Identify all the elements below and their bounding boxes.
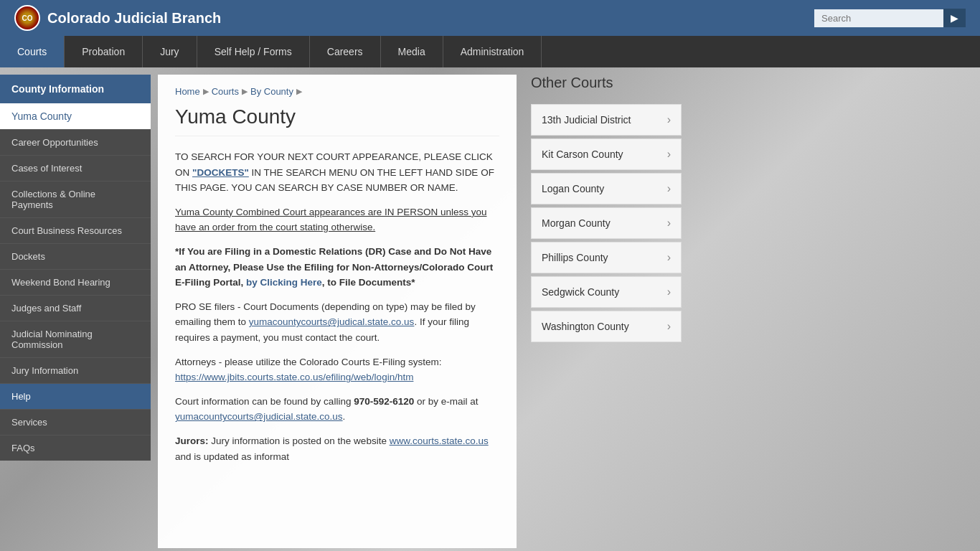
sidebar-item-services[interactable]: Services <box>0 409 151 435</box>
domestic-relations-paragraph: *If You are Filing in a Domestic Relatio… <box>175 244 499 291</box>
court-info-paragraph: Court information can be found by callin… <box>175 394 499 425</box>
court-item-morgan[interactable]: Morgan County › <box>531 207 682 239</box>
breadcrumb-by-county[interactable]: By County <box>250 86 293 97</box>
jurors-text2: and is updated as informat <box>175 451 289 462</box>
nav-probation[interactable]: Probation <box>65 36 143 67</box>
site-title: Colorado Judicial Branch <box>47 10 221 27</box>
court-info-text2: or by e-mail at <box>414 396 478 407</box>
court-phone: 970-592-6120 <box>354 396 414 407</box>
court-item-sedgwick[interactable]: Sedgwick County › <box>531 276 682 308</box>
main-navigation: Courts Probation Jury Self Help / Forms … <box>0 36 980 67</box>
main-content-area: Home ▶ Courts ▶ By County ▶ Yuma County … <box>158 75 517 548</box>
court-email-link[interactable]: yumacountycourts@judicial.state.co.us <box>175 411 343 422</box>
page-title: Yuma County <box>175 105 499 136</box>
nav-careers[interactable]: Careers <box>310 36 381 67</box>
jurors-label: Jurors: <box>175 435 209 446</box>
chevron-icon: › <box>667 217 671 230</box>
attorneys-paragraph: Attorneys - please utilize the Colorado … <box>175 354 499 385</box>
court-item-label: Logan County <box>542 183 604 194</box>
domestic-relations-end: , to File Documents* <box>322 277 415 288</box>
court-info-text3: . <box>343 411 346 422</box>
hero-background: County Information Yuma County Career Op… <box>0 67 980 551</box>
court-item-label: Kit Carson County <box>542 149 623 160</box>
other-courts-title: Other Courts <box>531 75 682 95</box>
chevron-icon: › <box>667 286 671 298</box>
court-info-text: Court information can be found by callin… <box>175 396 354 407</box>
chevron-icon: › <box>667 113 671 126</box>
logo-area: CO Colorado Judicial Branch <box>14 5 814 31</box>
court-item-label: Phillips County <box>542 252 608 263</box>
jurors-website-link[interactable]: www.courts.state.co.us <box>390 435 489 446</box>
nav-administration[interactable]: Administration <box>443 36 542 67</box>
search-bar: ▶ <box>814 9 966 27</box>
sidebar: County Information Yuma County Career Op… <box>0 75 151 548</box>
clicking-here-link[interactable]: by Clicking Here <box>246 277 322 288</box>
chevron-icon: › <box>667 251 671 264</box>
attorneys-text: Attorneys - please utilize the Colorado … <box>175 357 441 367</box>
sidebar-item-judicial-nominating-commission[interactable]: Judicial Nominating Commission <box>0 321 151 357</box>
search-notice-paragraph: TO SEARCH FOR YOUR NEXT COURT APPEARANCE… <box>175 149 499 196</box>
chevron-icon: › <box>667 182 671 195</box>
efiling-link[interactable]: https://www.jbits.courts.state.co.us/efi… <box>175 372 413 382</box>
sidebar-item-court-business-resources[interactable]: Court Business Resources <box>0 217 151 243</box>
sidebar-item-dockets[interactable]: Dockets <box>0 243 151 269</box>
sidebar-item-cases-of-interest[interactable]: Cases of Interest <box>0 155 151 181</box>
breadcrumb-sep-1: ▶ <box>203 87 209 96</box>
right-panel: Other Courts 13th Judicial District › Ki… <box>524 75 689 548</box>
court-item-washington[interactable]: Washington County › <box>531 311 682 342</box>
in-person-paragraph: Yuma County Combined Court appearances a… <box>175 204 499 235</box>
nav-self-help-forms[interactable]: Self Help / Forms <box>197 36 310 67</box>
court-item-label: Washington County <box>542 321 629 332</box>
jurors-text: Jury information is posted on the websit… <box>209 435 390 446</box>
court-item-13th-judicial[interactable]: 13th Judicial District › <box>531 104 682 136</box>
logo-text: CO <box>22 14 33 22</box>
sidebar-item-help[interactable]: Help <box>0 383 151 409</box>
in-person-text: Yuma County Combined Court appearances a… <box>175 207 486 233</box>
sidebar-item-faqs[interactable]: FAQs <box>0 435 151 461</box>
dockets-link[interactable]: "DOCKETS" <box>192 167 249 178</box>
chevron-icon: › <box>667 148 671 161</box>
sidebar-item-yuma-county[interactable]: Yuma County <box>0 103 151 129</box>
court-item-label: 13th Judicial District <box>542 114 631 126</box>
court-item-logan[interactable]: Logan County › <box>531 173 682 204</box>
breadcrumb-sep-3: ▶ <box>296 87 302 96</box>
breadcrumb-home[interactable]: Home <box>175 86 200 97</box>
court-item-label: Morgan County <box>542 217 611 229</box>
search-input[interactable] <box>814 9 943 27</box>
jurors-paragraph: Jurors: Jury information is posted on th… <box>175 433 499 464</box>
breadcrumb: Home ▶ Courts ▶ By County ▶ <box>175 86 499 97</box>
sidebar-item-jury-information[interactable]: Jury Information <box>0 357 151 383</box>
sidebar-item-judges-and-staff[interactable]: Judges and Staff <box>0 295 151 321</box>
top-bar: CO Colorado Judicial Branch ▶ <box>0 0 980 36</box>
content-wrapper: County Information Yuma County Career Op… <box>0 67 980 551</box>
site-logo: CO <box>14 5 40 31</box>
nav-jury[interactable]: Jury <box>143 36 197 67</box>
nav-courts[interactable]: Courts <box>0 36 65 67</box>
sidebar-header: County Information <box>0 75 151 103</box>
chevron-icon: › <box>667 320 671 333</box>
court-item-label: Sedgwick County <box>542 286 619 298</box>
sidebar-item-collections-online-payments[interactable]: Collections & Online Payments <box>0 181 151 217</box>
pro-se-paragraph: PRO SE filers - Court Documents (dependi… <box>175 299 499 346</box>
sidebar-item-career-opportunities[interactable]: Career Opportunities <box>0 129 151 155</box>
pro-se-email-link[interactable]: yumacountycourts@judical.state.co.us <box>249 316 415 327</box>
breadcrumb-sep-2: ▶ <box>242 87 248 96</box>
sidebar-item-weekend-bond-hearing[interactable]: Weekend Bond Hearing <box>0 269 151 295</box>
court-item-kit-carson[interactable]: Kit Carson County › <box>531 138 682 170</box>
court-item-phillips[interactable]: Phillips County › <box>531 242 682 273</box>
nav-media[interactable]: Media <box>381 36 443 67</box>
search-button[interactable]: ▶ <box>943 9 966 27</box>
breadcrumb-courts[interactable]: Courts <box>212 86 239 97</box>
